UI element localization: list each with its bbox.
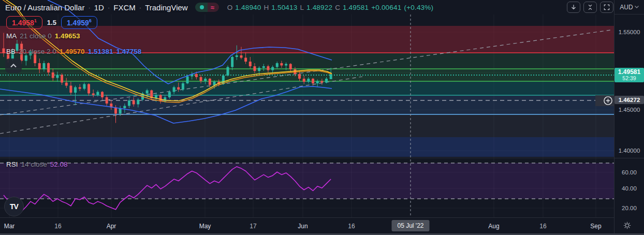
time-tick-label: Sep xyxy=(590,223,601,230)
bb-basis-value: 1.49570 xyxy=(60,48,85,55)
time-tick-label: Jun xyxy=(298,223,308,230)
crosshair-price-badge: 1.46272 xyxy=(614,96,644,104)
price-tick-label: 20.00 xyxy=(614,205,644,211)
ma-value: 1.49653 xyxy=(55,32,80,40)
rsi-band xyxy=(0,163,614,199)
title-separator: · xyxy=(107,4,110,11)
candlestick-chart[interactable] xyxy=(0,0,614,235)
axis-currency-label: AUD xyxy=(620,4,633,11)
market-open-dot-icon xyxy=(200,5,204,9)
buy-price-button[interactable]: 1.49596 xyxy=(61,16,97,29)
collapse-icon xyxy=(587,4,594,11)
ma-params: 21 close 0 xyxy=(20,32,52,40)
collapse-pane-button[interactable] xyxy=(583,2,597,13)
interval-label[interactable]: 1D xyxy=(94,3,104,12)
title-separator: · xyxy=(139,4,142,11)
market-status-pill[interactable]: ≈ xyxy=(195,3,219,12)
tradingview-chart-window: Euro / Australian Dollar · 1D · FXCM · T… xyxy=(0,0,644,235)
bb-lower-value: 1.47758 xyxy=(116,48,141,55)
time-axis[interactable]: Mar16AprMay17Jun16Aug16Sep 05 Jul '22 xyxy=(0,217,614,235)
high-value: 1.50413 xyxy=(271,4,297,11)
time-tick-label: Apr xyxy=(107,223,116,230)
crosshair-plus-pill xyxy=(595,95,614,106)
time-tick-label: 17 xyxy=(250,223,256,230)
price-zone xyxy=(0,69,614,81)
tv-logo-glyph: TV xyxy=(10,202,18,211)
price-tick-label: 40.00 xyxy=(614,185,644,192)
rsi-value: 52.08 xyxy=(50,160,68,168)
arrow-down-icon xyxy=(570,4,577,11)
chart-header: Euro / Australian Dollar · 1D · FXCM · T… xyxy=(5,0,433,14)
price-axis[interactable]: AUD 1.550001.500001.450001.4000060.0040.… xyxy=(614,0,644,235)
chevron-down-icon xyxy=(635,6,639,8)
fullscreen-icon xyxy=(603,4,610,11)
legend-bb[interactable]: BB 20 close 2 0 1.49570 1.51381 1.47758 xyxy=(6,48,141,55)
price-zone xyxy=(0,114,614,137)
approx-price-icon: ≈ xyxy=(211,4,214,11)
rsi-name: RSI xyxy=(6,160,18,168)
price-tick-label: 1.45000 xyxy=(614,107,644,113)
rsi-params: 14 close xyxy=(21,160,47,168)
tradingview-logo[interactable]: TV xyxy=(4,197,24,216)
axis-currency-dropdown[interactable]: AUD xyxy=(614,0,644,14)
time-tick-label: Mar xyxy=(4,223,15,230)
high-label: H xyxy=(264,4,269,11)
last-price-badge: 1.49581 52:39 xyxy=(614,68,644,82)
price-tick-label: 60.00 xyxy=(614,169,644,175)
exchange-label: FXCM xyxy=(113,3,136,12)
chart-settings-gear-icon[interactable] xyxy=(623,221,632,232)
open-value: 1.48940 xyxy=(235,4,261,11)
time-tick-label: 16 xyxy=(348,223,355,230)
low-value: 1.48922 xyxy=(306,4,332,11)
change-percent: (+0.43%) xyxy=(404,4,433,11)
ohlc-readout: O1.48940 H1.50413 L1.48922 C1.49581 +0.0… xyxy=(227,4,433,11)
sell-price-button[interactable]: 1.49581 xyxy=(6,16,42,29)
instant-trading-widget: 1.49581 1.5 1.49596 xyxy=(6,16,97,29)
close-label: C xyxy=(335,4,340,11)
ma-name: MA xyxy=(6,32,17,40)
last-price-value: 1.49581 xyxy=(614,68,644,76)
bb-upper-value: 1.51381 xyxy=(88,48,113,55)
close-value: 1.49581 xyxy=(343,4,369,11)
chevron-up-icon xyxy=(10,64,17,68)
time-tick-label: May xyxy=(199,223,211,230)
legend-ma[interactable]: MA 21 close 0 1.49653 xyxy=(6,32,80,40)
crosshair-date-badge: 05 Jul '22 xyxy=(392,220,430,231)
symbol-title[interactable]: Euro / Australian Dollar xyxy=(5,3,84,12)
price-tick-label: 1.55000 xyxy=(614,29,644,35)
price-zone xyxy=(0,81,614,95)
price-tick-label: 1.40000 xyxy=(614,148,644,154)
open-label: O xyxy=(227,4,233,11)
time-tick-label: 16 xyxy=(539,223,546,230)
bar-countdown: 52:39 xyxy=(614,76,644,82)
bb-name: BB xyxy=(6,48,16,55)
time-tick-label: Aug xyxy=(488,223,499,230)
plus-circle-icon[interactable] xyxy=(603,96,613,106)
time-tick-label: 16 xyxy=(54,223,61,230)
spread-value: 1.5 xyxy=(47,19,56,26)
pane-divider[interactable] xyxy=(614,158,644,158)
fullscreen-button[interactable] xyxy=(600,2,613,13)
scroll-to-recent-button[interactable] xyxy=(567,2,580,13)
price-zone xyxy=(0,137,614,157)
platform-label: TradingView xyxy=(145,3,188,12)
change-value: +0.00641 xyxy=(371,4,401,11)
bb-params: 20 close 2 0 xyxy=(19,48,56,55)
header-toolbar xyxy=(567,2,613,13)
legend-rsi[interactable]: RSI 14 close 52.08 xyxy=(6,160,68,168)
legend-collapse-button[interactable] xyxy=(5,58,22,73)
candle xyxy=(227,66,229,77)
rsi-pane xyxy=(0,163,614,211)
title-separator: · xyxy=(87,4,91,11)
low-label: L xyxy=(300,4,304,11)
